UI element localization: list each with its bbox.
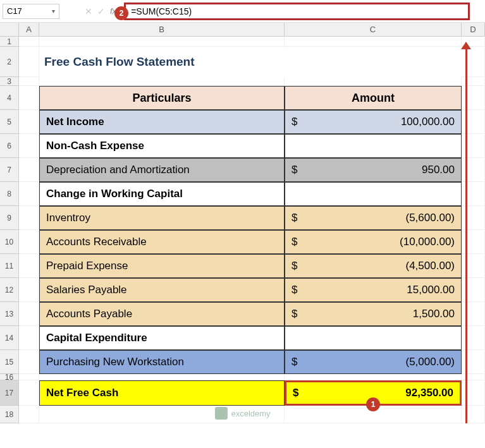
cell-label[interactable]: Net Income	[39, 110, 285, 134]
row-head[interactable]: 10	[0, 230, 19, 254]
row-head[interactable]: 12	[0, 278, 19, 302]
row-head[interactable]: 3	[0, 77, 19, 86]
title-cell[interactable]: Free Cash Flow Statement	[39, 47, 462, 77]
cell[interactable]	[285, 37, 462, 47]
value: (10,000.00)	[400, 236, 455, 248]
cell[interactable]	[19, 278, 39, 302]
cell[interactable]	[19, 350, 39, 374]
cell[interactable]	[19, 302, 39, 326]
cell-label[interactable]: Non-Cash Expense	[39, 134, 285, 158]
column-headers: A B C D	[0, 23, 485, 37]
value: 950.00	[422, 164, 455, 176]
value: (5,600.00)	[406, 212, 455, 224]
value: 92,350.00	[405, 387, 453, 399]
cell[interactable]	[39, 77, 285, 86]
callout-badge-2: 2	[114, 6, 128, 20]
row-head[interactable]: 1	[0, 37, 19, 47]
value: 1,500.00	[413, 308, 455, 320]
row-head[interactable]: 6	[0, 134, 19, 158]
cell-label[interactable]: Net Free Cash	[39, 380, 285, 406]
currency: $	[292, 284, 297, 296]
row-head[interactable]: 16	[0, 374, 19, 380]
cell[interactable]	[19, 406, 39, 423]
cell[interactable]	[19, 77, 39, 86]
cell[interactable]	[39, 374, 285, 380]
cell-amount[interactable]: $(5,000.00)	[285, 350, 462, 374]
cell-amount[interactable]	[285, 134, 462, 158]
callout-arrow-line	[465, 45, 467, 423]
col-head-a[interactable]: A	[19, 23, 39, 36]
name-box[interactable]: C17 ▾	[3, 4, 59, 19]
row-head[interactable]: 13	[0, 302, 19, 326]
cell-amount[interactable]: $100,000.00	[285, 110, 462, 134]
cell[interactable]	[19, 86, 39, 110]
watermark: exceldemy	[214, 407, 270, 420]
select-all-corner[interactable]	[0, 23, 19, 36]
cell-amount[interactable]: $15,000.00	[285, 278, 462, 302]
cell[interactable]	[19, 230, 39, 254]
cell-amount[interactable]: $(10,000.00)	[285, 230, 462, 254]
cell[interactable]	[285, 77, 462, 86]
cell-amount[interactable]: $950.00	[285, 158, 462, 182]
cell-label[interactable]: Salaries Payable	[39, 278, 285, 302]
cell[interactable]	[19, 134, 39, 158]
row-head[interactable]: 9	[0, 206, 19, 230]
name-box-value: C17	[7, 6, 22, 16]
cell[interactable]	[19, 110, 39, 134]
row-head[interactable]: 7	[0, 158, 19, 182]
value: (5,000.00)	[406, 356, 455, 368]
cell[interactable]	[19, 206, 39, 230]
row-head[interactable]: 18	[0, 406, 19, 423]
col-head-c[interactable]: C	[285, 23, 462, 36]
row-head[interactable]: 11	[0, 254, 19, 278]
cell-label[interactable]: Depreciation and Amortization	[39, 158, 285, 182]
row-head[interactable]: 5	[0, 110, 19, 134]
value: 100,000.00	[401, 116, 455, 128]
cell-label[interactable]: Inventroy	[39, 206, 285, 230]
cell-amount[interactable]: $(4,500.00)	[285, 254, 462, 278]
cell-label[interactable]: Accounts Payable	[39, 302, 285, 326]
header-amount[interactable]: Amount	[285, 86, 462, 110]
row-head[interactable]: 8	[0, 182, 19, 206]
col-head-d[interactable]: D	[462, 23, 485, 36]
callout-badge-1: 1	[366, 397, 380, 411]
currency: $	[292, 116, 297, 128]
cell-amount-selected[interactable]: $92,350.001	[285, 380, 462, 406]
value: (4,500.00)	[406, 260, 455, 272]
cell[interactable]	[19, 254, 39, 278]
row-head[interactable]: 14	[0, 326, 19, 350]
cell[interactable]	[19, 37, 39, 47]
row-head[interactable]: 15	[0, 350, 19, 374]
fx-controls: ✕ ✓ fx	[85, 6, 116, 16]
cell-label[interactable]: Prepaid Expense	[39, 254, 285, 278]
callout-arrow-head-icon	[461, 42, 471, 49]
chevron-down-icon[interactable]: ▾	[52, 8, 55, 15]
cell[interactable]	[19, 182, 39, 206]
cell-label[interactable]: Capital Expenditure	[39, 326, 285, 350]
cell-amount[interactable]	[285, 182, 462, 206]
cell-amount[interactable]: $(5,600.00)	[285, 206, 462, 230]
row-head[interactable]: 17	[0, 380, 19, 406]
cell[interactable]	[19, 158, 39, 182]
cell-amount[interactable]	[285, 326, 462, 350]
watermark-text: exceldemy	[231, 409, 270, 418]
currency: $	[292, 212, 297, 224]
cell[interactable]	[39, 37, 285, 47]
cell[interactable]	[19, 47, 39, 77]
row-head[interactable]: 2	[0, 47, 19, 77]
check-icon[interactable]: ✓	[97, 6, 105, 16]
cell-label[interactable]: Purchasing New Workstation	[39, 350, 285, 374]
cell[interactable]	[285, 374, 462, 380]
cancel-icon[interactable]: ✕	[85, 6, 92, 16]
cell-amount[interactable]: $1,500.00	[285, 302, 462, 326]
header-particulars[interactable]: Particulars	[39, 86, 285, 110]
col-head-b[interactable]: B	[39, 23, 285, 36]
cell[interactable]	[19, 374, 39, 380]
cell[interactable]	[19, 380, 39, 406]
cell-label[interactable]: Change in Working Capital	[39, 182, 285, 206]
row-head[interactable]: 4	[0, 86, 19, 110]
cell[interactable]	[19, 326, 39, 350]
cell-label[interactable]: Accounts Receivable	[39, 230, 285, 254]
title-text: Free Cash Flow Statement	[44, 55, 457, 69]
formula-bar[interactable]: 2 =SUM(C5:C15)	[124, 3, 470, 20]
